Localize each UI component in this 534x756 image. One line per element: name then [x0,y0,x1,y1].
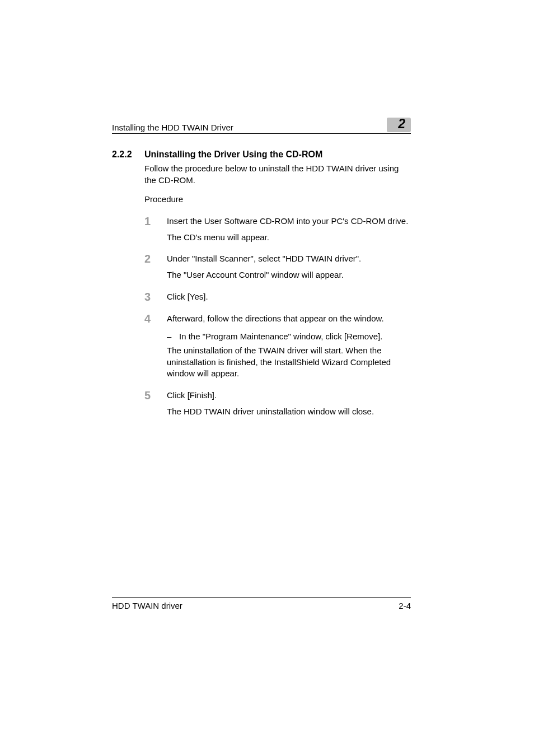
footer-page-number: 2-4 [399,601,411,610]
step-number: 3 [144,291,167,303]
section-heading: 2.2.2 Uninstalling the Driver Using the … [112,150,411,160]
bullet-dash-icon: – [167,331,179,343]
procedure-step: 3 Click [Yes]. [144,291,411,303]
footer-divider [112,597,411,598]
page-header: Installing the HDD TWAIN Driver 2 [112,118,411,132]
procedure-step: 5 Click [Finish]. The HDD TWAIN driver u… [144,390,411,417]
running-header-title: Installing the HDD TWAIN Driver [112,123,233,132]
section-number: 2.2.2 [112,150,144,160]
procedure-step: 1 Insert the User Software CD-ROM into y… [144,216,411,243]
step-text: Click [Yes]. [167,291,411,303]
step-bullet: – In the "Program Maintenance" window, c… [167,331,411,343]
step-body: Insert the User Software CD-ROM into you… [167,216,411,243]
section-intro: Follow the procedure below to uninstall … [144,163,411,186]
procedure-step: 4 Afterward, follow the directions that … [144,313,411,380]
bullet-text: In the "Program Maintenance" window, cli… [179,331,382,343]
step-text: Afterward, follow the directions that ap… [167,313,411,325]
step-number: 4 [144,313,167,380]
step-text: The uninstallation of the TWAIN driver w… [167,345,411,380]
step-body: Click [Finish]. The HDD TWAIN driver uni… [167,390,411,417]
procedure-label: Procedure [144,194,411,206]
step-body: Click [Yes]. [167,291,411,303]
procedure-step: 2 Under "Install Scanner", select "HDD T… [144,253,411,281]
step-text: Insert the User Software CD-ROM into you… [167,216,411,227]
step-text: Under "Install Scanner", select "HDD TWA… [167,253,411,265]
step-number: 2 [144,253,167,281]
step-text: The "User Account Control" window will a… [167,269,411,281]
header-divider [112,133,411,134]
page-footer: HDD TWAIN driver 2-4 [112,597,411,610]
step-text: Click [Finish]. [167,390,411,402]
step-body: Afterward, follow the directions that ap… [167,313,411,380]
step-text: The HDD TWAIN driver uninstallation wind… [167,406,411,418]
footer-product: HDD TWAIN driver [112,601,182,610]
document-page: Installing the HDD TWAIN Driver 2 2.2.2 … [0,0,534,756]
section-title: Uninstalling the Driver Using the CD-ROM [144,150,322,160]
chapter-number-badge: 2 [387,118,411,132]
step-text: The CD's menu will appear. [167,232,411,244]
step-number: 1 [144,216,167,243]
section-body: Follow the procedure below to uninstall … [144,163,411,417]
step-body: Under "Install Scanner", select "HDD TWA… [167,253,411,281]
step-number: 5 [144,390,167,417]
